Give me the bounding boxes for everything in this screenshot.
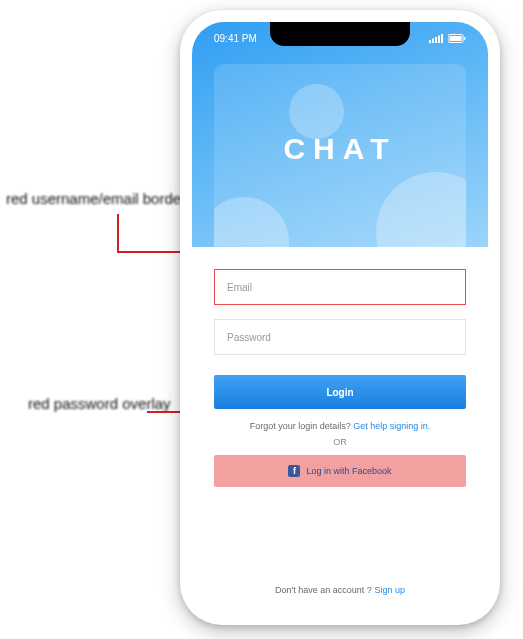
svg-rect-2 xyxy=(435,37,437,43)
signup-link[interactable]: Sign up xyxy=(374,585,405,595)
login-form: Login Forgot your login details? Get hel… xyxy=(192,247,488,487)
signup-row: Don't have an account ? Sign up xyxy=(192,585,488,595)
signup-prefix: Don't have an account ? xyxy=(275,585,374,595)
svg-rect-6 xyxy=(450,36,462,41)
svg-rect-4 xyxy=(441,34,443,43)
app-title: CHAT xyxy=(214,132,466,166)
phone-frame: 09:41 PM xyxy=(180,10,500,625)
svg-rect-3 xyxy=(438,35,440,43)
hero-bubble xyxy=(289,84,344,139)
login-button[interactable]: Login xyxy=(214,375,466,409)
annotation-email-border: red username/email border xyxy=(6,190,186,209)
facebook-login-label: Log in with Facebook xyxy=(306,466,391,476)
status-time: 09:41 PM xyxy=(214,33,257,44)
login-hero: 09:41 PM xyxy=(192,22,488,247)
password-field[interactable] xyxy=(214,319,466,355)
phone-screen: 09:41 PM xyxy=(192,22,488,613)
svg-rect-0 xyxy=(429,40,431,43)
svg-rect-7 xyxy=(464,37,466,40)
forgot-row: Forgot your login details? Get help sign… xyxy=(214,421,466,431)
hero-bubble xyxy=(376,172,466,247)
forgot-prefix: Forgot your login details? xyxy=(250,421,354,431)
facebook-icon: f xyxy=(288,465,300,477)
help-signin-link[interactable]: Get help signing in. xyxy=(353,421,430,431)
hero-card: CHAT xyxy=(214,64,466,247)
phone-notch xyxy=(270,22,410,46)
email-field[interactable] xyxy=(214,269,466,305)
or-divider: OR xyxy=(214,437,466,447)
signal-icon xyxy=(429,34,443,43)
hero-bubble xyxy=(214,197,289,247)
svg-rect-1 xyxy=(432,38,434,43)
battery-icon xyxy=(448,34,466,43)
facebook-login-button[interactable]: f Log in with Facebook xyxy=(214,455,466,487)
